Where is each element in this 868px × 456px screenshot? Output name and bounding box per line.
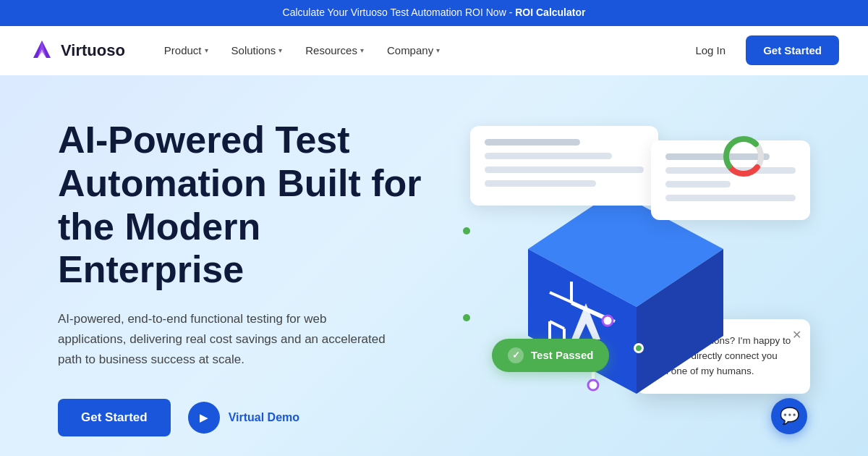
nav-links: Product ▾ Solutions ▾ Resources ▾ Compan… [154,38,687,62]
nav-item-product[interactable]: Product ▾ [154,38,218,62]
accent-dot-2 [463,314,470,321]
close-icon[interactable]: ✕ [792,328,801,342]
chevron-down-icon: ▾ [360,46,364,54]
roi-calculator-link[interactable]: ROI Calculator [515,7,585,18]
donut-chart [720,133,767,182]
card-bar-4 [485,180,596,187]
chevron-down-icon: ▾ [436,46,440,54]
virtual-demo-button[interactable]: ▶ Virtual Demo [188,402,299,434]
card-bar-2 [485,153,612,159]
main-nav: Virtuoso Product ▾ Solutions ▾ Resources… [0,26,868,75]
hero-content: AI-Powered Test Automation Built for the… [58,119,434,436]
nav-item-solutions[interactable]: Solutions ▾ [221,38,293,62]
login-button[interactable]: Log In [686,38,734,62]
svg-point-18 [603,316,613,326]
banner-text: Calculate Your Virtuoso Test Automation … [283,7,516,18]
nav-actions: Log In Get Started [686,35,839,65]
nav-item-company[interactable]: Company ▾ [377,38,450,62]
chevron-down-icon: ▾ [205,46,208,54]
play-icon: ▶ [188,402,220,434]
status-dot [634,343,644,353]
ui-card-top [470,126,658,206]
card-bar-r4 [665,195,796,201]
hero-subtitle: AI-powered, end-to-end functional testin… [58,309,391,370]
hero-buttons: Get Started ▶ Virtual Demo [58,399,434,436]
get-started-nav-button[interactable]: Get Started [746,35,839,65]
nav-item-resources[interactable]: Resources ▾ [295,38,374,62]
get-started-hero-button[interactable]: Get Started [58,399,171,436]
test-passed-badge: ✓ Test Passed [492,339,609,372]
hero-illustration: ✓ Test Passed ✕ Got any questions? I'm h… [448,119,810,437]
logo-text: Virtuoso [61,41,125,60]
logo-link[interactable]: Virtuoso [29,38,125,64]
chevron-down-icon: ▾ [278,46,282,54]
announcement-banner: Calculate Your Virtuoso Test Automation … [0,0,868,26]
card-bar-1 [485,139,580,145]
hero-section: AI-Powered Test Automation Built for the… [0,75,868,456]
checkmark-icon: ✓ [508,347,524,363]
accent-dot-1 [463,227,470,235]
svg-point-20 [588,380,598,390]
card-bar-3 [485,166,644,173]
logo-icon [29,38,55,64]
chat-bubble-button[interactable]: 💬 [771,398,807,434]
hero-title: AI-Powered Test Automation Built for the… [58,119,434,292]
